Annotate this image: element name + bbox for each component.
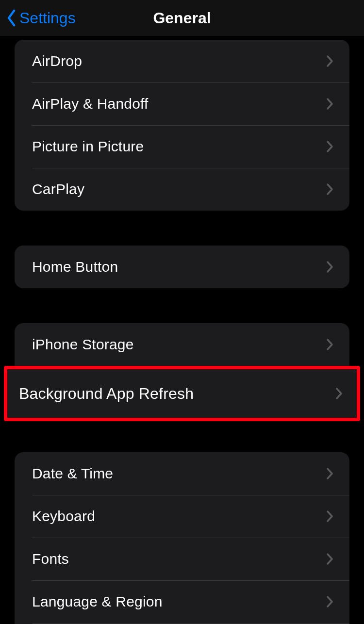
row-language-region[interactable]: Language & Region [15,580,349,623]
navigation-bar: Settings General [0,0,364,36]
settings-content: AirDrop AirPlay & Handoff Picture in Pic… [0,40,364,624]
row-label: AirDrop [32,53,82,69]
chevron-right-icon [326,55,334,67]
row-label: Keyboard [32,508,95,525]
chevron-right-icon [326,98,334,110]
highlighted-row-frame: Background App Refresh [4,366,360,421]
settings-group: Date & Time Keyboard Fonts Language & Re… [15,452,349,624]
row-airdrop[interactable]: AirDrop [15,40,349,82]
row-fonts[interactable]: Fonts [15,538,349,580]
row-label: Language & Region [32,593,163,610]
chevron-right-icon [326,595,334,608]
row-label: CarPlay [32,181,84,197]
row-label: Picture in Picture [32,138,144,155]
row-label: iPhone Storage [32,336,134,353]
chevron-right-icon [335,387,343,400]
row-label: Home Button [32,259,118,275]
row-date-time[interactable]: Date & Time [15,452,349,495]
row-iphone-storage[interactable]: iPhone Storage [15,323,349,366]
row-label: AirPlay & Handoff [32,96,149,112]
row-keyboard[interactable]: Keyboard [15,495,349,538]
chevron-right-icon [326,183,334,196]
row-carplay[interactable]: CarPlay [15,168,349,211]
row-home-button[interactable]: Home Button [15,246,349,288]
chevron-right-icon [326,338,334,351]
chevron-right-icon [326,467,334,480]
row-background-app-refresh[interactable]: Background App Refresh [7,369,357,418]
chevron-right-icon [326,140,334,153]
settings-group: Background App Refresh [7,369,357,418]
row-label: Fonts [32,551,69,567]
back-label: Settings [19,9,76,27]
chevron-right-icon [326,553,334,565]
settings-group: Home Button [15,246,349,288]
settings-group: iPhone Storage [15,323,349,366]
settings-group: AirDrop AirPlay & Handoff Picture in Pic… [15,40,349,211]
row-airplay-handoff[interactable]: AirPlay & Handoff [15,82,349,125]
chevron-right-icon [326,510,334,523]
back-button[interactable]: Settings [7,9,76,27]
row-picture-in-picture[interactable]: Picture in Picture [15,125,349,168]
chevron-left-icon [7,9,17,27]
chevron-right-icon [326,261,334,273]
row-label: Background App Refresh [19,385,194,403]
row-label: Date & Time [32,465,113,482]
